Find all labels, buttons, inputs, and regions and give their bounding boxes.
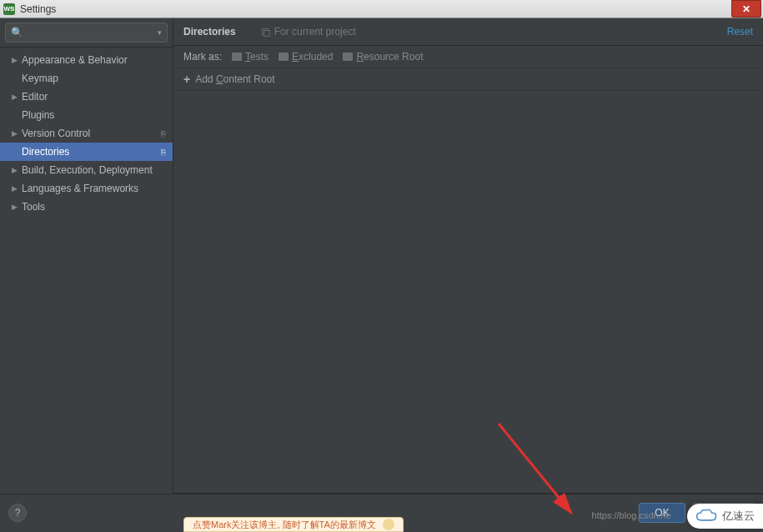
tree-item-languages[interactable]: ▶Languages & Frameworks bbox=[0, 179, 173, 198]
tree-item-directories[interactable]: Directories⎘ bbox=[0, 143, 173, 161]
add-content-root-label: Add Content RootAdd Content Root bbox=[195, 73, 274, 85]
tree-item-label: Build, Execution, Deployment bbox=[22, 164, 173, 176]
url-watermark: https://blog.csdn.ne bbox=[592, 510, 671, 520]
close-button[interactable]: ✕ bbox=[731, 0, 761, 18]
window-title: Settings bbox=[20, 3, 56, 15]
watermark-text: 亿速云 bbox=[722, 509, 755, 524]
expand-icon: ▶ bbox=[12, 93, 22, 101]
tree-item-version-control[interactable]: ▶Version Control⎘ bbox=[0, 124, 173, 143]
project-note: For current project bbox=[261, 26, 356, 38]
project-note-text: For current project bbox=[274, 26, 356, 38]
tree-item-label: Keymap bbox=[22, 73, 173, 84]
search-icon: 🔍 bbox=[11, 27, 23, 38]
expand-icon: ▶ bbox=[12, 203, 22, 211]
search-input[interactable] bbox=[27, 27, 158, 38]
search-box[interactable]: 🔍 ▾ bbox=[5, 23, 168, 43]
tree-item-tools[interactable]: ▶Tools bbox=[0, 198, 173, 216]
toast-notification[interactable]: 点赞Mark关注该博主, 随时了解TA的最新博文 bbox=[183, 517, 404, 532]
add-content-root-button[interactable]: + Add Content RootAdd Content Root bbox=[173, 68, 763, 91]
tree-item-plugins[interactable]: Plugins bbox=[0, 106, 173, 124]
main-area: 🔍 ▾ ▶Appearance & Behavior Keymap ▶Edito… bbox=[0, 18, 763, 494]
plus-icon: + bbox=[183, 73, 190, 86]
mark-as-label: Mark as: bbox=[183, 51, 222, 63]
chevron-down-icon[interactable]: ▾ bbox=[158, 28, 162, 37]
folder-icon bbox=[279, 53, 289, 61]
tree-item-label: Languages & Frameworks bbox=[22, 183, 173, 194]
content-panel: Directories For current project Reset Ma… bbox=[173, 18, 763, 494]
expand-icon: ▶ bbox=[12, 56, 22, 64]
tree-item-editor[interactable]: ▶Editor bbox=[0, 88, 173, 106]
titlebar: WS Settings ✕ bbox=[0, 0, 763, 18]
tree-item-build[interactable]: ▶Build, Execution, Deployment bbox=[0, 161, 173, 179]
folder-icon bbox=[343, 53, 353, 61]
content-body bbox=[173, 91, 763, 493]
tree-item-label: Appearance & Behavior bbox=[22, 54, 173, 66]
tree-item-label: Version Control bbox=[22, 128, 161, 139]
tree-item-label: Directories bbox=[22, 146, 161, 158]
toast-icon bbox=[383, 519, 394, 530]
tree-item-appearance[interactable]: ▶Appearance & Behavior bbox=[0, 51, 173, 69]
help-button[interactable]: ? bbox=[8, 504, 27, 522]
expand-icon: ▶ bbox=[12, 129, 22, 138]
toast-text: 点赞Mark关注该博主, 随时了解TA的最新博文 bbox=[193, 519, 376, 531]
tree-item-label: Plugins bbox=[22, 109, 173, 121]
project-badge-icon bbox=[261, 28, 270, 37]
search-row: 🔍 ▾ bbox=[0, 18, 173, 48]
watermark: 亿速云 bbox=[687, 504, 763, 529]
project-badge-icon: ⎘ bbox=[161, 129, 166, 138]
cloud-icon bbox=[695, 509, 717, 524]
svg-rect-1 bbox=[264, 30, 269, 36]
expand-icon: ▶ bbox=[12, 184, 22, 193]
reset-link[interactable]: Reset bbox=[727, 26, 753, 38]
content-header: Directories For current project Reset bbox=[173, 18, 763, 46]
mark-tests-button[interactable]: TTestsests bbox=[232, 51, 269, 63]
settings-tree: ▶Appearance & Behavior Keymap ▶Editor Pl… bbox=[0, 48, 173, 216]
mark-excluded-button[interactable]: ExcludedExcluded bbox=[279, 51, 333, 63]
app-icon: WS bbox=[3, 3, 15, 15]
mark-as-row: Mark as: TTestsests ExcludedExcluded Res… bbox=[173, 46, 763, 68]
sidebar: 🔍 ▾ ▶Appearance & Behavior Keymap ▶Edito… bbox=[0, 18, 173, 494]
project-badge-icon: ⎘ bbox=[161, 148, 166, 157]
tree-item-keymap[interactable]: Keymap bbox=[0, 69, 173, 88]
mark-resource-button[interactable]: Resource RootResource Root bbox=[343, 51, 423, 63]
expand-icon: ▶ bbox=[12, 166, 22, 174]
breadcrumb: Directories bbox=[183, 26, 236, 38]
tree-item-label: Editor bbox=[22, 91, 173, 103]
folder-icon bbox=[232, 53, 242, 61]
tree-item-label: Tools bbox=[22, 201, 173, 213]
